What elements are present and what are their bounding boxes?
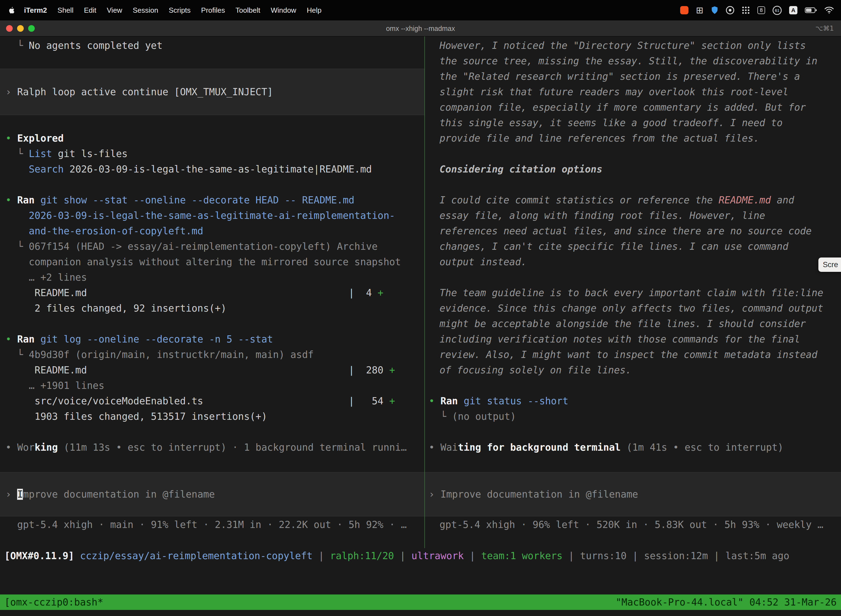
text-segment: … +1901 lines	[6, 380, 104, 391]
wifi-icon[interactable]	[825, 7, 834, 14]
battery-icon[interactable]	[805, 7, 817, 13]
terminal-line: Search 2026-03-09-is-legal-the-same-as-l…	[0, 161, 424, 177]
text-segment: review. Also, I might want to inspect th…	[440, 349, 818, 360]
text-segment: including verification notes with those …	[440, 334, 800, 345]
menu-toolbelt[interactable]: Toolbelt	[230, 6, 266, 14]
screen-share-popover[interactable]: Scre	[818, 258, 841, 272]
gauge-icon[interactable]: 61	[772, 6, 782, 15]
circle-app-icon[interactable]	[726, 6, 734, 14]
terminal-line: companion analysis without altering the …	[0, 254, 424, 270]
terminal-line: › Ralph loop active continue [OMX_TMUX_I…	[0, 84, 273, 100]
menu-iterm2[interactable]: iTerm2	[19, 6, 52, 14]
terminal-line: • Working (11m 13s • esc to interrupt) ·…	[0, 440, 424, 455]
close-button[interactable]	[6, 25, 13, 32]
text-segment: and-the-erosion-of-copyleft.md	[29, 226, 203, 236]
text-segment: Explored	[17, 133, 64, 144]
text-segment: and	[771, 195, 794, 205]
terminal-line	[425, 270, 841, 285]
screen-record-icon[interactable]	[680, 6, 689, 14]
text-segment: output instead.	[440, 257, 527, 267]
text-segment	[6, 210, 29, 221]
terminal-line: of focusing solely on file lines.	[425, 362, 841, 378]
minimize-button[interactable]	[17, 25, 24, 32]
menu-scripts[interactable]: Scripts	[163, 6, 196, 14]
text-segment: I	[17, 489, 23, 500]
zoom-button[interactable]	[28, 25, 35, 32]
text-segment: |	[313, 550, 330, 561]
window-grid-icon[interactable]: ⊞	[696, 5, 703, 15]
tmux-status-bar: [omx-cczip0:bash* "MacBook-Pro-44.local"…	[0, 594, 841, 610]
menu-edit[interactable]: Edit	[79, 6, 101, 14]
right-pane[interactable]: However, I noticed the "Directory Struct…	[425, 37, 841, 548]
text-segment: git ls-files	[52, 148, 128, 159]
text-segment: git show --stat --oneline --decorate HEA…	[40, 195, 354, 205]
text-segment: └	[6, 241, 29, 252]
text-segment: session:12m	[644, 550, 708, 561]
text-segment: I could cite commit statistics or refere…	[440, 195, 718, 205]
text-segment: ultrawork	[412, 550, 464, 561]
text-segment: 1903 files changed, 513517 insertions(+)	[6, 411, 267, 422]
terminal-line: └ List git ls-files	[0, 146, 424, 161]
keycap-8-icon[interactable]: 8	[757, 6, 765, 14]
text-segment: gpt-5.4 xhigh · main · 91% left · 2.31M …	[6, 519, 407, 530]
terminal-line: this single essay, it seems like a good …	[425, 115, 841, 131]
text-segment: Ran	[17, 195, 35, 205]
text-segment: Ralph loop active continue [OMX_TMUX_INJ…	[17, 87, 273, 97]
text-segment: | 280	[349, 365, 389, 375]
terminal-line: • Explored	[0, 131, 424, 146]
menu-profiles[interactable]: Profiles	[196, 6, 230, 14]
text-segment: (no output)	[452, 411, 516, 422]
terminal-line: evidence. Since this change only affects…	[425, 301, 841, 316]
text-segment: ›	[429, 489, 440, 500]
terminal[interactable]: └ No agents completed yet› Ralph loop ac…	[0, 37, 841, 616]
menu-shell[interactable]: Shell	[52, 6, 79, 14]
text-segment: ›	[6, 87, 17, 97]
terminal-line: the "Related research writing" section i…	[425, 69, 841, 84]
text-segment: companion analysis without altering the …	[6, 257, 401, 267]
menu-help[interactable]: Help	[302, 6, 327, 14]
text-segment: 2026-03-09-is-legal-the-same-as-legitima…	[29, 210, 395, 221]
text-segment	[35, 195, 40, 205]
terminal-line: However, I noticed the "Directory Struct…	[425, 38, 841, 53]
text-segment	[35, 334, 40, 345]
composer-input[interactable]: › Improve documentation in @filename	[425, 472, 841, 516]
terminal-line: references need actual files, and since …	[425, 223, 841, 239]
terminal-line: 2 files changed, 92 insertions(+)	[0, 301, 424, 316]
input-source-icon[interactable]: A	[789, 6, 797, 14]
text-segment	[458, 396, 463, 406]
text-segment: |	[394, 550, 412, 561]
text-segment: •	[6, 133, 17, 144]
text-segment: the "Related research writing" section i…	[440, 71, 800, 82]
left-pane[interactable]: └ No agents completed yet› Ralph loop ac…	[0, 37, 424, 548]
terminal-line: • Ran git show --stat --oneline --decora…	[0, 192, 424, 208]
text-segment: |	[563, 550, 580, 561]
text-segment: this single essay, it seems like a good …	[440, 117, 782, 128]
text-segment: ›	[6, 489, 17, 500]
apple-menu[interactable]	[6, 6, 19, 14]
terminal-line	[425, 146, 841, 161]
text-segment: The team guideline is to back every impo…	[440, 287, 823, 298]
terminal-line	[0, 424, 424, 440]
status-line: gpt-5.4 xhigh · main · 91% left · 2.31M …	[0, 517, 424, 532]
shield-icon[interactable]	[711, 6, 718, 15]
text-segment: the source tree, missing the essay. Stil…	[440, 56, 818, 66]
dots-grid-icon[interactable]	[742, 6, 750, 14]
window-titlebar[interactable]: omx --xhigh --madmax ⌥⌘1	[0, 21, 841, 37]
text-segment: git log --oneline --decorate -n 5 --stat	[40, 334, 273, 345]
text-segment: +	[389, 365, 395, 375]
menu-window[interactable]: Window	[265, 6, 301, 14]
traffic-lights	[6, 25, 35, 32]
text-segment: mprove documentation in @filename	[23, 489, 215, 500]
text-segment: 067f154 (HEAD -> essay/ai-reimplementati…	[29, 241, 378, 252]
terminal-line	[0, 115, 424, 131]
terminal-line: › Improve documentation in @filename	[0, 487, 215, 502]
menu-view[interactable]: View	[101, 6, 127, 14]
omx-status-bar: [OMX#0.11.9] cczip/essay/ai-reimplementa…	[0, 548, 841, 563]
terminal-line: └ 067f154 (HEAD -> essay/ai-reimplementa…	[0, 239, 424, 254]
terminal-line: 2026-03-09-is-legal-the-same-as-legitima…	[0, 208, 424, 223]
text-segment: king	[35, 442, 58, 453]
text-segment: slight risk that future readers may over…	[440, 87, 788, 97]
composer-input[interactable]: › Improve documentation in @filename	[0, 472, 424, 516]
menu-session[interactable]: Session	[127, 6, 164, 14]
terminal-line: might be acceptable alongside the file l…	[425, 316, 841, 331]
